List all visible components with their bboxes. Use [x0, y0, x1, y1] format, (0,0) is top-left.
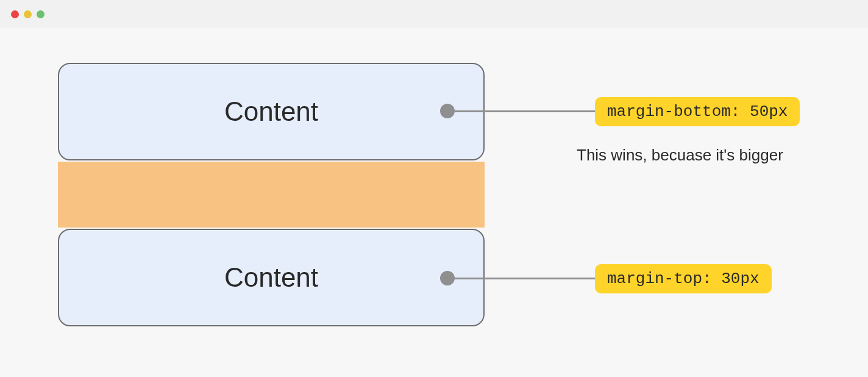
- close-icon[interactable]: [11, 10, 19, 18]
- connector-dot-icon: [440, 104, 455, 118]
- diagram-canvas: Content Content margin-bottom: 50px This…: [0, 28, 868, 377]
- maximize-icon[interactable]: [37, 10, 44, 18]
- caption-top: This wins, becuase it's bigger: [577, 146, 783, 165]
- content-box-top-label: Content: [224, 96, 318, 127]
- code-annotation-top: margin-bottom: 50px: [595, 97, 800, 126]
- content-box-top: Content: [58, 63, 485, 160]
- minimize-icon[interactable]: [24, 10, 32, 18]
- content-box-bottom: Content: [58, 229, 485, 326]
- connector-line: [455, 110, 595, 112]
- margin-highlight: [58, 162, 485, 228]
- connector-line: [455, 278, 595, 279]
- code-annotation-bottom: margin-top: 30px: [595, 264, 772, 293]
- content-box-bottom-label: Content: [224, 262, 318, 293]
- connector-dot-icon: [440, 271, 455, 285]
- window-titlebar: [0, 0, 868, 28]
